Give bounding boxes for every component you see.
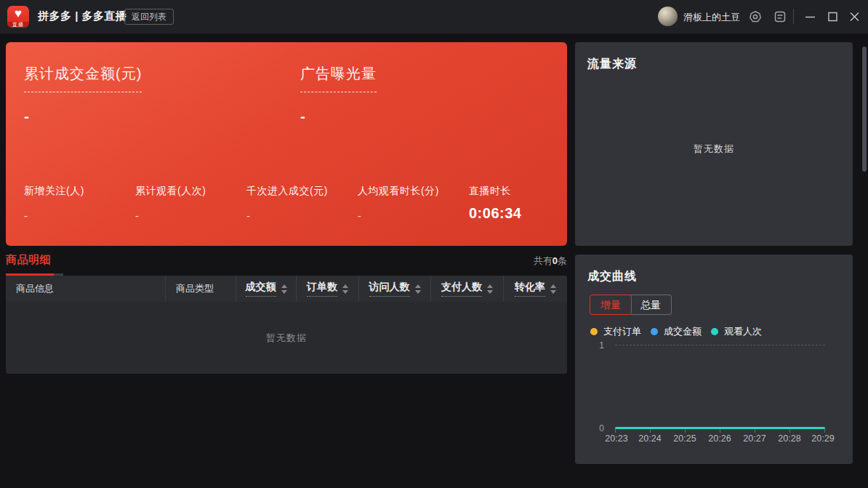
x-axis-tick <box>720 429 720 433</box>
x-axis-tick <box>789 429 790 433</box>
column-header-payers[interactable]: 支付人数 <box>431 276 504 302</box>
chart-legend: 支付订单 成交金额 观看人次 <box>590 325 762 338</box>
stat-value: - <box>135 209 244 222</box>
metric-ad-exposure-label[interactable]: 广告曝光量 <box>300 64 377 92</box>
x-axis-label: 20:27 <box>743 433 765 444</box>
app-window: ♥ 直播 拼多多 | 多多直播 返回列表 滑板上的土豆 <box>0 0 868 488</box>
x-axis-label: 20:25 <box>673 433 696 444</box>
column-label[interactable]: 转化率 <box>515 281 545 297</box>
sort-icon[interactable] <box>487 284 493 294</box>
column-label[interactable]: 支付人数 <box>441 281 482 297</box>
stat-total-views: 累计观看(人次) - <box>135 185 244 222</box>
column-label[interactable]: 订单数 <box>307 281 337 297</box>
sort-icon[interactable] <box>342 284 348 294</box>
metric-total-gmv-label[interactable]: 累计成交金额(元) <box>24 64 142 92</box>
column-header-visitors[interactable]: 访问人数 <box>359 276 431 302</box>
x-axis-tick <box>824 429 825 433</box>
x-axis-label: 20:29 <box>811 433 834 444</box>
transaction-curve-panel: 成交曲线 增量 总量 支付订单 成交金额 观看人次 1 0 <box>575 255 853 464</box>
column-label[interactable]: 成交额 <box>246 281 276 297</box>
app-logo-icon: ♥ 直播 <box>7 6 29 28</box>
window-scrollbar-thumb[interactable] <box>862 47 867 172</box>
column-header-product-info: 商品信息 <box>6 276 166 302</box>
toggle-increment-button[interactable]: 增量 <box>590 295 632 315</box>
sort-icon[interactable] <box>550 284 556 294</box>
x-axis-label: 20:24 <box>638 433 661 444</box>
stat-label: 累计观看(人次) <box>135 185 244 198</box>
metric-ad-exposure-value: - <box>300 108 377 125</box>
column-label[interactable]: 访问人数 <box>369 281 410 297</box>
metric-ad-exposure: 广告曝光量 - <box>300 64 377 125</box>
traffic-source-title: 流量来源 <box>587 57 637 72</box>
titlebar: ♥ 直播 拼多多 | 多多直播 返回列表 滑板上的土豆 <box>0 0 868 33</box>
logo-heart-glyph: ♥ <box>7 6 29 22</box>
close-icon[interactable] <box>848 11 861 23</box>
products-table-body: 暂无数据 <box>6 302 567 374</box>
sort-icon[interactable] <box>415 284 421 294</box>
user-avatar[interactable] <box>658 7 678 26</box>
x-axis-label: 20:26 <box>708 433 731 444</box>
column-header-orders[interactable]: 订单数 <box>297 276 359 302</box>
column-header-conversion[interactable]: 转化率 <box>504 276 567 302</box>
legend-dot-blue <box>651 328 658 335</box>
legend-item-paid-orders[interactable]: 支付订单 <box>590 325 641 338</box>
legend-item-views[interactable]: 观看人次 <box>711 325 762 338</box>
legend-dot-yellow <box>590 328 598 335</box>
stat-live-duration-value: 0:06:34 <box>469 205 578 222</box>
stat-label: 人均观看时长(分) <box>358 185 467 198</box>
legend-label: 支付订单 <box>603 325 641 338</box>
maximize-icon[interactable] <box>827 11 839 23</box>
x-axis-tick <box>685 429 686 433</box>
legend-label: 观看人次 <box>724 325 762 338</box>
x-axis-tick <box>615 429 616 433</box>
column-label: 商品信息 <box>16 282 54 295</box>
stat-live-duration: 直播时长 0:06:34 <box>469 185 578 222</box>
stat-new-followers: 新增关注(人) - <box>24 185 133 222</box>
stat-value: - <box>24 209 133 222</box>
stat-avg-watch-time: 人均观看时长(分) - <box>358 185 467 222</box>
legend-item-gmv[interactable]: 成交金额 <box>651 325 702 338</box>
minimize-icon[interactable] <box>804 11 816 23</box>
stat-value: - <box>246 209 355 222</box>
stat-label: 千次进入成交(元) <box>246 185 355 198</box>
back-to-list-button[interactable]: 返回列表 <box>124 9 174 25</box>
curve-title: 成交曲线 <box>587 269 637 284</box>
traffic-empty-text: 暂无数据 <box>575 143 853 156</box>
products-section-title[interactable]: 商品明细 <box>6 253 51 267</box>
stat-label: 新增关注(人) <box>24 185 133 198</box>
traffic-source-panel: 流量来源 暂无数据 <box>575 42 853 246</box>
metric-total-gmv-value: - <box>24 108 142 125</box>
overview-panel: 累计成交金额(元) - 广告曝光量 - 新增关注(人) - 累计观看(人次) -… <box>6 42 567 246</box>
x-axis-tick <box>650 429 651 433</box>
x-axis-label: 20:23 <box>605 433 627 444</box>
stat-label: 直播时长 <box>469 185 578 198</box>
column-header-product-type: 商品类型 <box>166 276 236 302</box>
username-label: 滑板上的土豆 <box>683 11 740 24</box>
count-suffix: 条 <box>558 255 567 266</box>
app-title: 拼多多 | 多多直播 <box>38 9 127 23</box>
y-axis-tick-1: 1 <box>585 340 604 351</box>
count-number: 0 <box>552 255 558 266</box>
sort-icon[interactable] <box>281 284 287 294</box>
legend-dot-teal <box>711 328 718 335</box>
curve-mode-toggle: 增量 总量 <box>590 295 672 315</box>
count-prefix: 共有 <box>534 255 552 266</box>
table-empty-text: 暂无数据 <box>266 332 307 345</box>
gridline-dashed <box>615 345 825 345</box>
products-table-header: 商品信息 商品类型 成交额 订单数 访问人数 支付人数 转化率 <box>6 276 567 302</box>
products-count: 共有0条 <box>534 255 567 268</box>
x-axis-tick <box>755 429 755 433</box>
column-label: 商品类型 <box>176 282 214 295</box>
feedback-doc-icon[interactable] <box>773 10 787 23</box>
stat-value: - <box>358 209 467 222</box>
stat-gmv-per-thousand: 千次进入成交(元) - <box>246 185 355 222</box>
titlebar-divider <box>793 9 794 24</box>
x-axis-label: 20:28 <box>778 433 800 444</box>
column-header-gmv[interactable]: 成交额 <box>236 276 297 302</box>
logo-band-label: 直播 <box>7 22 29 28</box>
metric-total-gmv: 累计成交金额(元) - <box>24 64 142 125</box>
settings-gear-icon[interactable] <box>749 10 762 23</box>
y-axis-tick-0: 0 <box>585 423 604 433</box>
toggle-total-button[interactable]: 总量 <box>630 295 672 315</box>
legend-label: 成交金额 <box>664 325 702 338</box>
